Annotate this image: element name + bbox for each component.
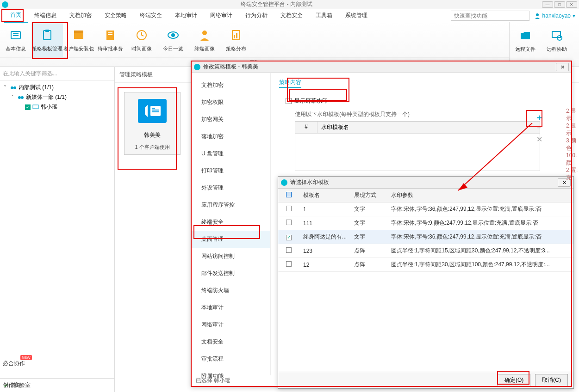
nav-net-audit[interactable]: 网络审计 — [191, 316, 270, 333]
cancel-button[interactable]: 取消(C) — [535, 374, 568, 386]
table-row[interactable]: 12点阵圆点半径:1,字符间距30,区域间距100,颜色:247,99,12,不… — [278, 258, 573, 272]
row-checkbox[interactable] — [286, 247, 292, 253]
tab-local-audit[interactable]: 本地审计 — [168, 9, 204, 22]
nav-local-audit[interactable]: 本地审计 — [191, 299, 270, 316]
table-row[interactable]: 111文字字体:宋体,字号:9,颜色:247,99,12,显示位置:充满,置底显… — [278, 216, 573, 230]
clock-icon — [134, 28, 149, 43]
tab-system[interactable]: 系统管理 — [339, 9, 374, 22]
col-check[interactable] — [278, 189, 299, 202]
table-row[interactable]: 终身阿达是的有...文字字体:宋体,字号:36,颜色:247,99,12,显示位… — [278, 230, 573, 244]
close-button[interactable]: ✕ — [566, 1, 577, 8]
tab-doc-security[interactable]: 文档安全 — [274, 9, 309, 22]
nav-doc-sec[interactable]: 文档安全 — [191, 333, 270, 350]
show-watermark-row[interactable]: ✓ 显示屏幕水印 — [279, 94, 563, 108]
user-name: hanxiaoyao — [542, 12, 571, 19]
ribbon-policy-dist[interactable]: 策略分布 — [220, 22, 252, 57]
svg-rect-24 — [33, 105, 38, 109]
nav-firewall[interactable]: 终端防火墙 — [191, 282, 270, 299]
dialog-footer-text: 已选择 韩小瑶 — [196, 377, 230, 385]
nav-print[interactable]: 打印管理 — [191, 162, 270, 179]
tree-node-dept[interactable]: ˅新媒体一部 (1/1) — [0, 92, 114, 102]
main-tabs: 首页 终端信息 文档加密 安全策略 终端安全 本地审计 网络审计 行为分析 文档… — [0, 9, 579, 22]
dialog-titlebar: 修改策略模板 - 韩美美 ✕ — [191, 61, 572, 73]
cell-mode: 文字 — [350, 202, 387, 216]
nav-desktop[interactable]: 桌面管理 — [191, 231, 270, 248]
nav-terminal-sec[interactable]: 终端安全 — [191, 214, 270, 231]
group-icon — [18, 95, 24, 100]
tree-node-user[interactable]: ✓韩小瑶 — [0, 102, 114, 112]
ribbon-approval[interactable]: 待审批事务 — [94, 22, 126, 57]
user-menu[interactable]: hanxiaoyao ▾ — [534, 12, 575, 19]
ribbon-terminal-portrait[interactable]: 终端画像 — [189, 22, 220, 57]
user-icon — [534, 12, 541, 19]
cell-mode: 文字 — [350, 216, 387, 230]
dialog-titlebar: 请选择水印模板 ✕ — [278, 177, 573, 189]
bottom-peek: NEW必合协作 创作实验室 — [0, 357, 33, 392]
nav-encrypt-gateway[interactable]: 加密网关 — [191, 111, 270, 128]
nav-web-access[interactable]: 网站访问控制 — [191, 248, 270, 265]
add-template-button[interactable]: + — [535, 113, 544, 122]
row-checkbox[interactable] — [286, 235, 292, 240]
template-sub: 1 个客户端使用 — [135, 144, 169, 151]
template-card[interactable]: 韩美美 1 个客户端使用 — [124, 92, 181, 155]
dialog-close-button[interactable]: ✕ — [556, 63, 569, 71]
clipboard-icon — [40, 28, 55, 43]
ok-button[interactable]: 确定(O) — [498, 374, 530, 386]
dialog-icon — [194, 64, 200, 70]
tab-terminal-security[interactable]: 终端安全 — [133, 9, 168, 22]
nav-land-encrypt[interactable]: 落地加密 — [191, 128, 270, 145]
row-checkbox[interactable] — [286, 220, 292, 225]
tab-home[interactable]: 首页 — [4, 8, 28, 23]
tab-behavior[interactable]: 行为分析 — [239, 9, 274, 22]
header-checkbox-icon[interactable] — [286, 192, 292, 197]
cell-param: 字体:宋体,字号:36,颜色:247,99,12,显示位置:充满,置底显示:否 — [387, 202, 573, 216]
remove-template-button[interactable]: − — [535, 124, 544, 133]
nav-usb[interactable]: U 盘管理 — [191, 145, 270, 162]
tab-terminal-info[interactable]: 终端信息 — [28, 9, 63, 22]
nav-approval[interactable]: 审批流程 — [191, 350, 270, 368]
info-icon — [8, 28, 23, 43]
nav-peripheral[interactable]: 外设管理 — [191, 179, 270, 196]
table-row[interactable]: 123点阵圆点半径:1,字符间距15,区域间距30,颜色:247,99,12,不… — [278, 244, 573, 258]
maximize-button[interactable]: □ — [554, 1, 565, 8]
cell-param: 字体:宋体,字号:9,颜色:247,99,12,显示位置:充满,置底显示:否 — [387, 216, 573, 230]
close-template-button[interactable]: ✕ — [535, 135, 544, 144]
chevron-down-icon: ▾ — [573, 12, 575, 19]
cell-mode: 点阵 — [350, 244, 387, 258]
cell-mode: 文字 — [350, 230, 387, 244]
ribbon-policy-template[interactable]: 策略模板管理 — [31, 22, 63, 57]
tab-network-audit[interactable]: 网络审计 — [204, 9, 239, 22]
nav-app-control[interactable]: 应用程序管控 — [191, 196, 270, 214]
ribbon-time-portrait[interactable]: 时间画像 — [126, 22, 157, 57]
tab-security-policy[interactable]: 安全策略 — [98, 9, 133, 22]
window-title: 终端安全管控平台 - 内部测试 — [11, 0, 542, 8]
nav-doc-encrypt[interactable]: 文档加密 — [191, 77, 270, 94]
row-checkbox[interactable] — [286, 206, 292, 211]
ribbon-basic-info[interactable]: 基本信息 — [0, 22, 31, 57]
nav-email[interactable]: 邮件发送控制 — [191, 265, 270, 282]
svg-rect-16 — [234, 35, 235, 38]
row-checkbox[interactable] — [286, 261, 292, 267]
ribbon-today[interactable]: 今日一览 — [157, 22, 189, 57]
tree-filter[interactable]: 在此输入关键字筛选... — [0, 67, 114, 81]
minimize-button[interactable]: — — [542, 1, 553, 8]
table-row[interactable]: 1文字字体:宋体,字号:36,颜色:247,99,12,显示位置:充满,置底显示… — [278, 202, 573, 216]
new-badge: NEW — [20, 355, 32, 360]
tab-toolbox[interactable]: 工具箱 — [309, 9, 339, 22]
template-icon — [138, 99, 167, 123]
hint-text: 使用以下水印模板(每种类型的模板只支持一个) — [295, 110, 563, 118]
tree-node-root[interactable]: ˅内部测试 (1/1) — [0, 83, 114, 92]
cell-param: 字体:宋体,字号:36,颜色:247,99,12,显示位置:充满,置底显示:否 — [387, 230, 573, 244]
tab-doc-encrypt[interactable]: 文档加密 — [63, 9, 98, 22]
org-tree: ˅内部测试 (1/1) ˅新媒体一部 (1/1) ✓韩小瑶 — [0, 81, 114, 378]
ribbon-client-install[interactable]: 客户端安装包 — [63, 22, 94, 57]
search-input[interactable] — [451, 11, 529, 21]
watermark-table: 模板名 展现方式 水印参数 1文字字体:宋体,字号:36,颜色:247,99,1… — [278, 189, 573, 272]
ribbon-remote-assist[interactable]: 远程协助 — [541, 22, 573, 59]
nav-encrypt-perm[interactable]: 加密权限 — [191, 94, 270, 111]
svg-point-23 — [21, 96, 24, 99]
monitor-search-icon — [549, 28, 564, 43]
svg-rect-27 — [152, 110, 159, 110]
ribbon-remote-file[interactable]: 远程文件 — [510, 22, 541, 59]
checkbox-checked-icon[interactable]: ✓ — [286, 98, 292, 104]
